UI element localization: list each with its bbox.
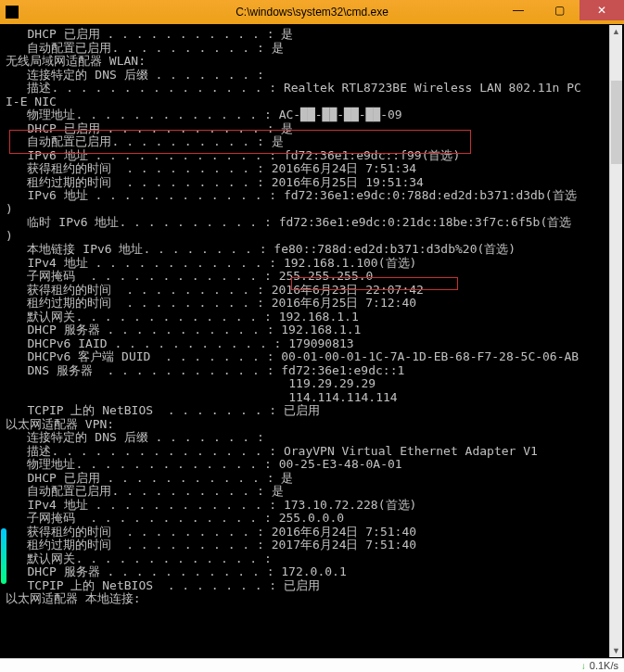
output-line: 获得租约的时间 . . . . . . . . . : 2016年6月23日 2… [6, 284, 618, 298]
output-line: 获得租约的时间 . . . . . . . . . : 2016年6月24日 7… [6, 526, 618, 539]
output-line: 连接特定的 DNS 后缀 . . . . . . . : [6, 69, 618, 82]
output-line: IPv4 地址 . . . . . . . . . . . . : 173.10… [6, 499, 618, 513]
download-arrow-icon: ↓ [581, 661, 586, 671]
output-line: IPv4 地址 . . . . . . . . . . . . : 192.16… [6, 257, 618, 271]
output-line: 默认网关. . . . . . . . . . . . . : [6, 552, 618, 566]
output-line: 临时 IPv6 地址. . . . . . . . . . : fd72:36e… [6, 216, 618, 230]
window-controls: — ▢ ✕ [498, 0, 624, 24]
output-line: 以太网适配器 VPN: [6, 418, 618, 432]
output-line: DHCPv6 IAID . . . . . . . . . . . : 1790… [6, 337, 618, 351]
window-title: C:\windows\system32\cmd.exe [236, 6, 388, 19]
output-line: 114.114.114.114 [6, 391, 618, 405]
output-line: 租约过期的时间 . . . . . . . . . : 2017年6月24日 7… [6, 539, 618, 552]
output-line: 自动配置已启用. . . . . . . . . . : 是 [6, 135, 618, 149]
scroll-thumb[interactable] [611, 81, 622, 164]
network-speed-indicator: ↓ 0.1K/s [0, 658, 624, 672]
output-line: DHCP 服务器 . . . . . . . . . . . : 192.168… [6, 323, 618, 337]
output-line: IPv6 地址 . . . . . . . . . . . . : fd72:3… [6, 149, 618, 163]
output-line: 获得租约的时间 . . . . . . . . . : 2016年6月24日 7… [6, 162, 618, 176]
output-line: 自动配置已启用. . . . . . . . . . : 是 [6, 485, 618, 499]
minimize-button[interactable]: — [498, 0, 539, 20]
output-line: 自动配置已启用. . . . . . . . . . : 是 [6, 42, 618, 56]
output-line: DHCP 服务器 . . . . . . . . . . . : 172.0.0… [6, 565, 618, 579]
scroll-down-arrow-icon[interactable]: ▼ [610, 644, 622, 657]
output-line: 连接特定的 DNS 后缀 . . . . . . . : [6, 431, 618, 445]
output-line: DHCPv6 客户端 DUID . . . . . . . : 00-01-00… [6, 350, 618, 364]
scrollbar[interactable]: ▲ ▼ [609, 25, 622, 657]
output-line: DNS 服务器 . . . . . . . . . . . : fd72:36e… [6, 364, 618, 378]
output-line: 本地链接 IPv6 地址. . . . . . . . : fe80::788d… [6, 243, 618, 257]
titlebar: C:\windows\system32\cmd.exe — ▢ ✕ [0, 0, 624, 24]
output-line: IPv6 地址 . . . . . . . . . . . . : fd72:3… [6, 189, 618, 203]
download-rate: 0.1K/s [590, 660, 618, 671]
maximize-button[interactable]: ▢ [539, 0, 579, 20]
output-line: ) [6, 203, 618, 217]
output-line: DHCP 已启用 . . . . . . . . . . . : 是 [6, 28, 618, 42]
output-line: I-E NIC [6, 95, 618, 109]
traffic-meter-icon [1, 528, 6, 584]
output-line: 租约过期的时间 . . . . . . . . . : 2016年6月25日 1… [6, 176, 618, 190]
terminal-output[interactable]: DHCP 已启用 . . . . . . . . . . . : 是 自动配置已… [0, 24, 624, 658]
output-line: 以太网适配器 本地连接: [6, 592, 618, 606]
cmd-icon [6, 6, 19, 19]
output-line: ) [6, 230, 618, 244]
output-line: 物理地址. . . . . . . . . . . . . : AC-██-██… [6, 108, 618, 122]
output-line: 描述. . . . . . . . . . . . . . . : OrayVP… [6, 445, 618, 459]
output-line: DHCP 已启用 . . . . . . . . . . . : 是 [6, 122, 618, 136]
output-line: 119.29.29.29 [6, 377, 618, 391]
output-line: 默认网关. . . . . . . . . . . . . : 192.168.… [6, 311, 618, 324]
output-line: TCPIP 上的 NetBIOS . . . . . . . : 已启用 [6, 404, 618, 418]
output-line: 无线局域网适配器 WLAN: [6, 55, 618, 69]
output-line: 租约过期的时间 . . . . . . . . . : 2016年6月25日 7… [6, 297, 618, 311]
output-line: 描述. . . . . . . . . . . . . . . : Realte… [6, 82, 618, 95]
output-line: 子网掩码 . . . . . . . . . . . . : 255.0.0.0 [6, 512, 618, 526]
output-line: 物理地址. . . . . . . . . . . . . : 00-25-E3… [6, 458, 618, 472]
scroll-up-arrow-icon[interactable]: ▲ [610, 25, 622, 38]
output-line: 子网掩码 . . . . . . . . . . . . : 255.255.2… [6, 270, 618, 284]
output-line: TCPIP 上的 NetBIOS . . . . . . . : 已启用 [6, 579, 618, 593]
output-line: DHCP 已启用 . . . . . . . . . . . : 是 [6, 472, 618, 486]
close-button[interactable]: ✕ [579, 0, 624, 20]
